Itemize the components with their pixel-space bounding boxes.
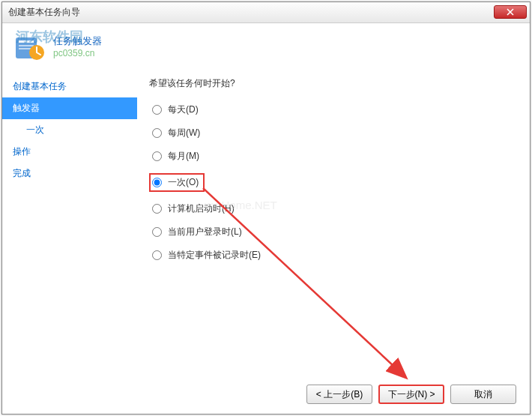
question-text: 希望该任务何时开始? [149, 77, 518, 90]
next-button[interactable]: 下一步(N) > [378, 385, 444, 404]
cancel-button[interactable]: 取消 [450, 385, 516, 404]
sidebar-item-create[interactable]: 创建基本任务 [2, 76, 137, 97]
titlebar: 创建基本任务向导 [2, 2, 530, 23]
label-monthly: 每月(M) [168, 150, 199, 163]
sidebar-item-once[interactable]: 一次 [2, 119, 137, 141]
label-logon: 当前用户登录时(L) [168, 226, 242, 238]
back-button[interactable]: < 上一步(B) [306, 385, 372, 404]
label-startup: 计算机启动时(H) [168, 202, 235, 215]
wizard-window: 创建基本任务向导 河东软件园 任务触发器 pc0359.cn [1, 1, 531, 415]
option-once[interactable]: 一次(O) [149, 173, 518, 192]
close-button[interactable] [494, 5, 527, 19]
close-icon [507, 8, 514, 16]
option-event[interactable]: 当特定事件被记录时(E) [149, 249, 518, 262]
option-logon[interactable]: 当前用户登录时(L) [149, 226, 518, 238]
radio-logon[interactable] [152, 227, 162, 237]
radio-daily[interactable] [152, 105, 162, 115]
body-area: 创建基本任务 触发器 一次 操作 完成 希望该任务何时开始? 每天(D) 每周(… [2, 70, 530, 375]
radio-once[interactable] [152, 178, 162, 187]
watermark-brand: 河东软件园 [16, 28, 83, 46]
radio-startup[interactable] [152, 204, 162, 214]
sidebar-item-trigger[interactable]: 触发器 [2, 97, 137, 119]
sidebar-item-finish[interactable]: 完成 [2, 163, 137, 184]
label-once: 一次(O) [168, 176, 199, 189]
footer: < 上一步(B) 下一步(N) > 取消 [2, 375, 530, 414]
option-startup[interactable]: 计算机启动时(H) [149, 202, 518, 215]
sidebar-item-action[interactable]: 操作 [2, 141, 137, 163]
label-daily: 每天(D) [168, 103, 199, 116]
window-title: 创建基本任务向导 [8, 6, 80, 19]
option-weekly[interactable]: 每周(W) [149, 127, 518, 139]
header-area: 河东软件园 任务触发器 pc0359.cn [2, 23, 530, 70]
label-weekly: 每周(W) [168, 127, 200, 139]
radio-monthly[interactable] [152, 151, 162, 161]
radio-weekly[interactable] [152, 128, 162, 138]
sidebar: 创建基本任务 触发器 一次 操作 完成 [2, 70, 137, 375]
watermark-url: pc0359.cn [53, 48, 102, 58]
option-monthly[interactable]: 每月(M) [149, 150, 518, 163]
highlight-box: 一次(O) [149, 173, 205, 192]
option-daily[interactable]: 每天(D) [149, 103, 518, 116]
main-panel: 希望该任务何时开始? 每天(D) 每周(W) 每月(M) 一次(O) [137, 70, 530, 375]
radio-event[interactable] [152, 250, 162, 260]
label-event: 当特定事件被记录时(E) [168, 249, 261, 262]
